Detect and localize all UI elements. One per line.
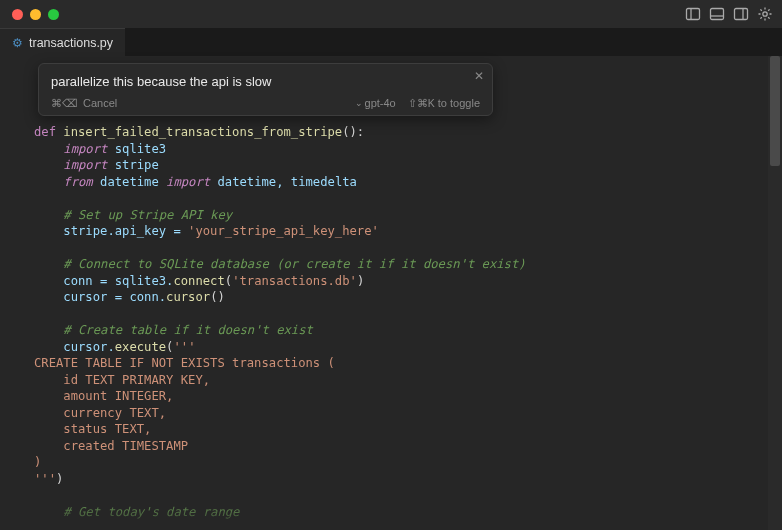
panel-bottom-icon[interactable]	[708, 5, 726, 23]
toggle-hint: ⇧⌘K to toggle	[408, 97, 480, 109]
file-tab[interactable]: ⚙ transactions.py	[0, 28, 125, 56]
svg-rect-4	[735, 9, 748, 20]
panel-left-icon[interactable]	[684, 5, 702, 23]
close-window-button[interactable]	[12, 9, 23, 20]
settings-gear-icon[interactable]	[756, 5, 774, 23]
code-content: def insert_failed_transactions_from_stri…	[0, 56, 782, 520]
inline-prompt-box: ✕ parallelize this because the api is sl…	[38, 63, 493, 116]
chevron-down-icon: ⌄	[355, 98, 363, 108]
minimize-window-button[interactable]	[30, 9, 41, 20]
vertical-scrollbar[interactable]	[768, 56, 782, 530]
svg-point-6	[763, 12, 767, 16]
python-file-icon: ⚙	[12, 36, 23, 50]
scrollbar-thumb[interactable]	[770, 56, 780, 166]
cancel-hint[interactable]: ⌘⌫ Cancel	[51, 97, 117, 109]
close-icon[interactable]: ✕	[474, 70, 484, 82]
tab-filename: transactions.py	[29, 36, 113, 50]
tab-bar: ⚙ transactions.py	[0, 28, 782, 56]
cancel-shortcut: ⌘⌫	[51, 97, 78, 109]
model-name: gpt-4o	[365, 97, 396, 109]
panel-right-icon[interactable]	[732, 5, 750, 23]
svg-rect-0	[687, 9, 700, 20]
svg-rect-2	[711, 9, 724, 20]
prompt-footer: ⌘⌫ Cancel ⌄ gpt-4o ⇧⌘K to toggle	[51, 97, 480, 109]
code-editor[interactable]: def insert_failed_transactions_from_stri…	[0, 56, 782, 530]
cancel-label: Cancel	[83, 97, 117, 109]
titlebar-right-icons	[684, 5, 774, 23]
model-selector[interactable]: ⌄ gpt-4o	[355, 97, 396, 109]
window-controls	[8, 9, 59, 20]
maximize-window-button[interactable]	[48, 9, 59, 20]
toggle-label: to toggle	[438, 97, 480, 109]
toggle-shortcut: ⇧⌘K	[408, 97, 435, 109]
titlebar	[0, 0, 782, 28]
prompt-input[interactable]: parallelize this because the api is slow	[51, 72, 480, 97]
